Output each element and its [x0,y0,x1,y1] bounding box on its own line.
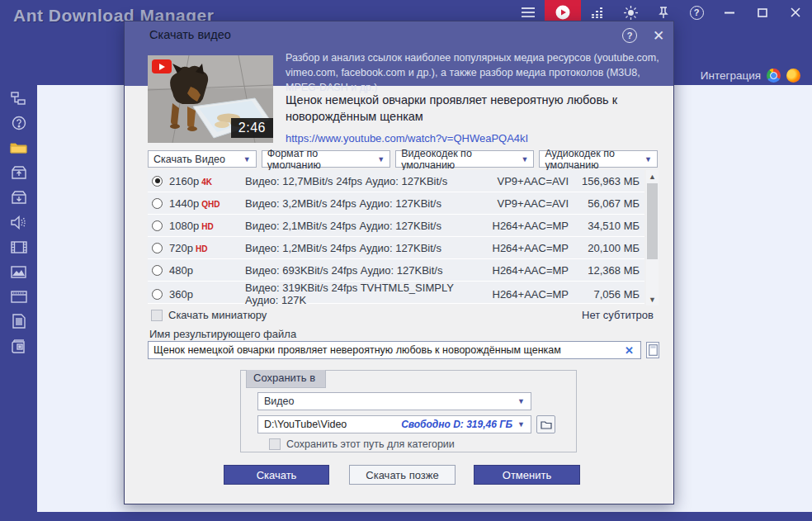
quality-row[interactable]: 2160p4K Видео: 12,7MBit/s 24fps Аудио: 1… [148,170,644,192]
archives-icon[interactable] [10,338,28,354]
category-value: Видео [264,395,295,407]
images-icon[interactable] [10,263,28,280]
scrollbar-thumb[interactable] [647,183,658,259]
youtube-play-badge [152,59,172,73]
categories-icon[interactable] [10,90,28,107]
save-path-value: D:\YouTube\Video [264,419,401,430]
download-thumbnail-checkbox[interactable] [151,310,163,321]
chevron-down-icon: ▼ [243,155,251,163]
codec-label: H264+AAC=MP [471,220,569,232]
integration-row: Интеграция [701,69,800,83]
dialog-title: Скачать видео [149,28,231,41]
upload-icon[interactable] [10,164,28,181]
chevron-down-icon: ▼ [377,155,385,163]
firefox-icon[interactable] [786,69,800,83]
chevron-down-icon: ▼ [517,397,525,405]
resolution-label: 480p [169,264,193,277]
resolution-label: 360p [169,288,193,301]
folder-icon[interactable] [10,140,28,156]
bitrate-details: Видео: 2,1MBit/s 24fps Аудио: 127KBit/s [245,220,471,232]
quality-radio[interactable] [152,243,163,253]
quality-row[interactable]: 1080pHD Видео: 2,1MBit/s 24fps Аудио: 12… [148,215,644,237]
scroll-up-icon[interactable]: ▲ [646,170,659,182]
chevron-down-icon: ▼ [644,155,652,163]
sidebar [0,85,37,521]
codec-label: H264+AAC=MP [471,264,569,277]
video-title: Щенок немецкой овчарки проявляет невероя… [286,92,653,125]
file-size: 156,963 МБ [569,175,644,187]
save-path-dropdown[interactable]: D:\YouTube\Video Свободно D: 319,46 ГБ ▼ [257,415,531,433]
file-size: 20,100 МБ [569,242,644,254]
download-thumbnail-label: Скачать миниатюру [168,309,267,321]
audio-codec-dropdown[interactable]: Аудиокодек по умолчанию▼ [539,150,658,168]
filename-label: Имя результирующего файла [149,328,296,340]
minimize-icon[interactable] [713,0,746,25]
paste-filename-button[interactable] [646,342,659,358]
save-path-checkbox[interactable] [269,438,281,450]
quality-badge: HD [196,244,207,253]
codec-label: VP9+AAC=AVI [471,197,569,210]
window-bottom-bar [0,512,812,521]
download-button[interactable]: Скачать [224,465,329,485]
video-url-link[interactable]: https://www.youtube.com/watch?v=QHWeaPQA… [286,132,528,144]
format-dropdown[interactable]: Формат по умолчанию▼ [262,150,390,168]
download-video-dialog: Скачать видео ? ✕ Разбор и анализ ссылок… [124,21,674,504]
quality-row[interactable]: 1440pQHD Видео: 3,2MBit/s 24fps Аудио: 1… [148,192,644,215]
maximize-icon[interactable] [746,0,779,25]
download-later-button[interactable]: Скачать позже [349,465,456,485]
clear-filename-icon[interactable]: ✕ [618,344,640,357]
scroll-down-icon[interactable]: ▼ [646,293,659,305]
download-icon[interactable] [10,189,28,206]
close-window-icon[interactable] [779,0,812,25]
file-size: 56,067 МБ [569,197,644,210]
video-icon[interactable] [10,239,28,255]
documents-icon[interactable] [10,313,28,329]
subtitles-status: Нет субтитров [582,309,654,321]
chrome-icon[interactable] [767,69,781,83]
quality-row[interactable]: 480p Видео: 693KBit/s 24fps Аудио: 127KB… [148,259,644,282]
dialog-help-icon[interactable]: ? [622,28,637,43]
quality-radio[interactable] [152,220,163,231]
quality-radio[interactable] [152,289,163,300]
codec-label: H264+AAC=MP [471,242,569,254]
app-help-icon[interactable]: ? [680,0,713,25]
category-dropdown[interactable]: Видео ▼ [257,392,531,410]
save-to-group: Сохранить в Видео ▼ D:\YouTube\Video Сво… [240,370,577,452]
save-to-group-title: Сохранить в [246,370,326,388]
chevron-down-icon: ▼ [517,420,525,429]
resolution-label: 1080p [169,220,199,232]
filename-value: Щенок немецкой овчарки проявляет невероя… [149,344,618,356]
action-dropdown[interactable]: Скачать Видео▼ [148,150,257,168]
save-path-for-category-row: Сохранить этот путь для категории [269,438,455,450]
quality-row[interactable]: 360p Видео: 319KBit/s 24fps TVHTML5_SIMP… [148,282,644,304]
quality-row[interactable]: 720pHD Видео: 1,2MBit/s 24fps Аудио: 127… [148,237,644,259]
dialog-description: Разбор и анализ ссылок наиболее популярн… [286,50,667,95]
audio-icon[interactable] [10,214,28,230]
bitrate-details: Видео: 319KBit/s 24fps TVHTML5_SIMPLY Ау… [245,282,471,306]
video-codec-dropdown[interactable]: Видеокодек по умолчанию▼ [395,150,534,168]
bitrate-details: Видео: 1,2MBit/s 24fps Аудио: 127KBit/s [245,242,471,254]
resolution-label: 2160p [169,175,199,187]
bitrate-details: Видео: 3,2MBit/s 24fps Аудио: 127KBit/s [245,197,471,210]
programs-icon[interactable] [10,288,28,305]
chevron-down-icon: ▼ [522,155,529,163]
quality-radio[interactable] [152,198,163,209]
quality-badge: 4K [201,178,212,187]
file-size: 34,510 МБ [569,220,644,232]
quality-list-scrollbar[interactable]: ▲ ▼ [646,170,659,305]
cancel-button[interactable]: Отменить [474,465,580,485]
app-window: Ant Download Manager ? Интеграц [0,0,812,521]
quality-badge: QHD [201,200,220,209]
save-path-checkbox-label: Сохранить этот путь для категории [286,438,455,450]
quality-radio[interactable] [152,265,163,276]
quality-list: 2160p4K Видео: 12,7MBit/s 24fps Аудио: 1… [148,170,644,304]
help-category-icon[interactable] [10,115,28,131]
codec-label: H264+AAC=MP [471,288,569,301]
dialog-close-icon[interactable]: ✕ [650,27,667,44]
integration-label: Интеграция [701,69,761,82]
browse-folder-button[interactable] [536,415,555,433]
quality-radio[interactable] [152,176,163,187]
file-size: 12,368 МБ [569,264,644,277]
filename-input[interactable]: Щенок немецкой овчарки проявляет невероя… [148,341,641,359]
format-dropdown-row: Скачать Видео▼ Формат по умолчанию▼ Виде… [148,150,658,168]
